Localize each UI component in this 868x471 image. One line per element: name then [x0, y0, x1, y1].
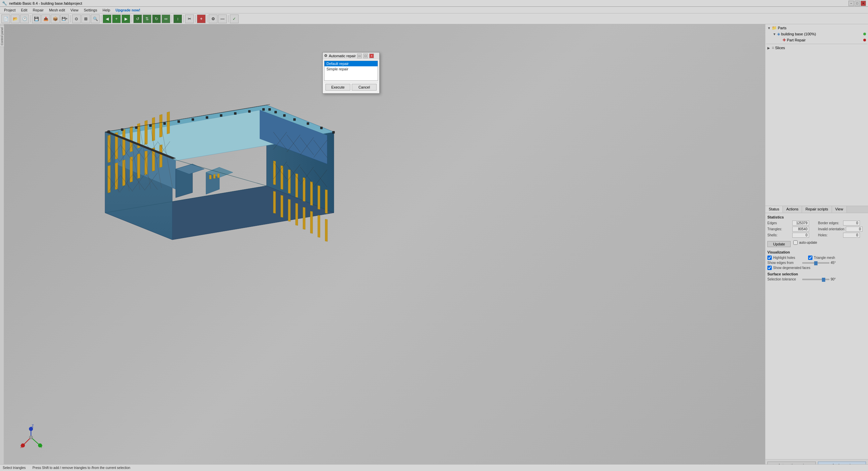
cancel-button[interactable]: Cancel [352, 84, 377, 91]
modal-overlay: ⚙ Automatic repair — □ × Default repair … [0, 0, 868, 471]
dialog-titlebar: ⚙ Automatic repair — □ × [323, 53, 379, 59]
dialog-title: Automatic repair [329, 54, 356, 58]
execute-button[interactable]: Execute [326, 84, 350, 91]
dialog-minimize-button[interactable]: — [357, 54, 362, 58]
repair-options-list[interactable]: Default repair Simple repair [324, 61, 378, 81]
default-repair-option[interactable]: Default repair [324, 61, 378, 66]
dialog-maximize-button[interactable]: □ [363, 54, 368, 58]
dialog-buttons: Execute Cancel [324, 82, 378, 92]
simple-repair-option[interactable]: Simple repair [324, 66, 378, 72]
dialog-close-button[interactable]: × [369, 54, 374, 58]
dialog-content: Default repair Simple repair Execute Can… [323, 59, 379, 93]
dialog-icon: ⚙ [324, 54, 328, 58]
automatic-repair-dialog: ⚙ Automatic repair — □ × Default repair … [322, 52, 380, 94]
